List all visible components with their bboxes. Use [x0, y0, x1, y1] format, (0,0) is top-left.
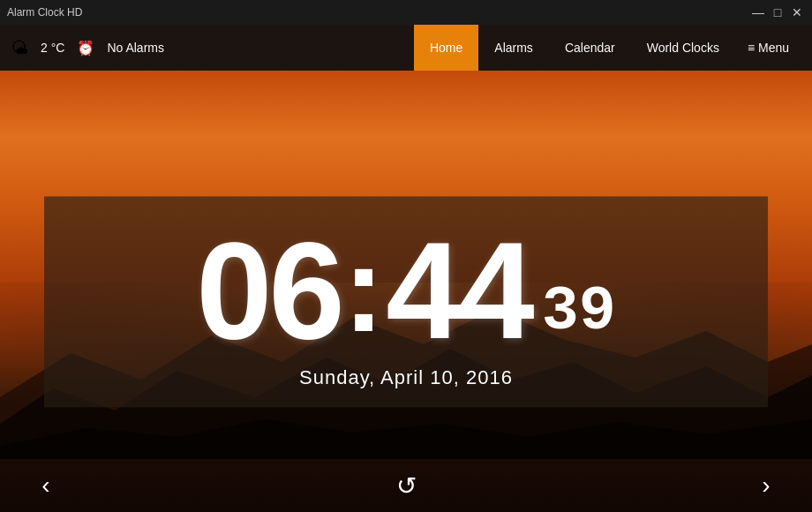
refresh-button[interactable]: ↺	[387, 466, 425, 505]
navbar: 🌤 2 °C ⏰ No Alarms Home Alarms Calendar …	[0, 25, 812, 71]
tab-calendar[interactable]: Calendar	[549, 25, 631, 71]
app-title: Alarm Clock HD	[7, 6, 82, 19]
tab-world-clocks[interactable]: World Clocks	[631, 25, 735, 71]
bottom-controls: ‹ ↺ ›	[0, 459, 812, 512]
clock-overlay: 06 : 44 39 Sunday, April 10, 2016	[44, 196, 768, 407]
alarm-icon: ⏰	[77, 40, 94, 56]
alarm-status: No Alarms	[107, 41, 164, 55]
clock-display: 06 : 44 39	[196, 222, 615, 359]
clock-minutes: 44	[386, 222, 530, 359]
clock-seconds: 39	[542, 282, 616, 343]
maximize-button[interactable]: □	[770, 4, 786, 20]
nav-right: Home Alarms Calendar World Clocks ≡ Menu	[414, 25, 801, 71]
clock-date: Sunday, April 10, 2016	[299, 366, 513, 389]
title-bar: Alarm Clock HD — □ ✕	[0, 0, 812, 25]
menu-button[interactable]: ≡ Menu	[735, 25, 801, 71]
prev-button[interactable]: ‹	[26, 466, 65, 505]
close-button[interactable]: ✕	[789, 4, 805, 20]
window-controls: — □ ✕	[750, 4, 805, 20]
minimize-button[interactable]: —	[750, 4, 766, 20]
next-button[interactable]: ›	[747, 466, 786, 505]
clock-hours: 06	[196, 222, 341, 359]
clock-colon: :	[342, 227, 387, 350]
tab-home[interactable]: Home	[414, 25, 478, 71]
nav-left: 🌤 2 °C ⏰ No Alarms	[11, 38, 414, 58]
weather-icon: 🌤	[11, 38, 28, 58]
main-content: 06 : 44 39 Sunday, April 10, 2016 ‹ ↺ ›	[0, 71, 812, 512]
tab-alarms[interactable]: Alarms	[478, 25, 549, 71]
temperature-display: 2 °C	[41, 41, 64, 55]
